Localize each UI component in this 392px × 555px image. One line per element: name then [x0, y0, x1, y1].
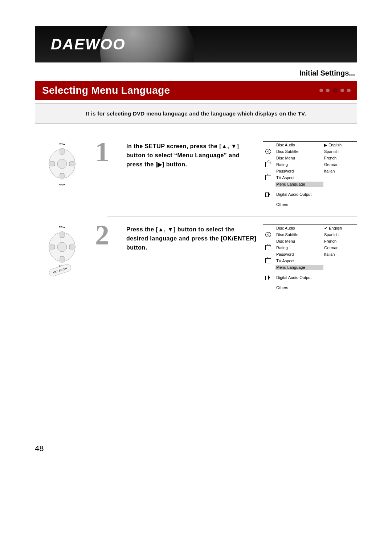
check-marker-icon: ✔ [324, 226, 327, 230]
menu-item: Others [276, 202, 323, 207]
menu-item: Digital Audio Output [276, 192, 323, 197]
menu-item: Password [276, 252, 323, 256]
steps: PR▲ PR▼ 1 In the SETUP screen, press the… [35, 133, 357, 291]
menu-item: Disc Audio [276, 226, 323, 230]
language-option: Italian [324, 169, 355, 173]
tv-icon [265, 175, 271, 180]
menu-item: Others [276, 285, 323, 290]
tv-setup-menu: Disc Audio▶English Disc SubtitleSpanish … [263, 141, 357, 208]
remote-dpad-with-ok-illustration: PR▲ PR▼ OK / ENTER [45, 224, 79, 286]
dot-icon [332, 88, 338, 93]
play-marker-icon: ▶ [324, 143, 327, 147]
language-option: German [324, 246, 355, 250]
tv-setup-menu: Disc Audio✔English Disc SubtitleSpanish … [263, 224, 357, 291]
step-1: PR▲ PR▼ 1 In the SETUP screen, press the… [35, 141, 357, 208]
step-number: 2 [95, 224, 121, 246]
separator [107, 216, 357, 216]
menu-item-selected: Menu Language [275, 265, 323, 270]
lock-icon [265, 162, 271, 167]
language-option: French [324, 239, 355, 243]
menu-item: TV Aspect [276, 175, 323, 180]
step-2: PR▲ PR▼ OK / ENTER 2 Press the [▲, ▼] bu… [35, 224, 357, 291]
menu-item: TV Aspect [276, 259, 323, 263]
menu-item: Disc Subtitle [276, 232, 323, 237]
disc-icon [265, 232, 271, 237]
header-banner: DAEWOO [35, 26, 357, 62]
svg-rect-3 [60, 173, 64, 179]
menu-item: Disc Subtitle [276, 149, 323, 154]
decorative-dots [319, 88, 351, 93]
language-option: Italian [324, 252, 355, 256]
page-number: 48 [35, 444, 44, 453]
disc-icon [265, 149, 271, 154]
step-body: Press the [▲, ▼] button to select the de… [126, 224, 257, 252]
brand-logo-text: DAEWOO [51, 36, 126, 53]
svg-rect-10 [49, 245, 55, 249]
menu-item: Disc Menu [276, 239, 323, 243]
remote-dpad-illustration: PR▲ PR▼ [45, 141, 79, 189]
remote-down-label: PR▼ [58, 183, 65, 186]
language-option: German [324, 162, 355, 167]
menu-item: Disc Menu [276, 156, 323, 160]
lock-icon [265, 245, 271, 250]
remote-up-label: PR▲ [58, 142, 65, 146]
menu-item: Digital Audio Output [276, 275, 323, 280]
svg-rect-5 [69, 162, 75, 166]
language-option: English [329, 226, 342, 230]
dot-icon [319, 89, 323, 92]
dot-icon [326, 89, 330, 92]
brand-logo: DAEWOO [51, 34, 145, 54]
intro-box: It is for selecting DVD menu language an… [35, 104, 357, 123]
dot-icon [347, 89, 351, 92]
svg-rect-9 [60, 256, 64, 262]
intro-text: It is for selecting DVD menu language an… [43, 110, 349, 117]
svg-rect-11 [69, 245, 75, 249]
speaker-icon [265, 191, 270, 197]
svg-point-1 [57, 159, 67, 169]
svg-point-7 [57, 242, 67, 252]
language-option: English [328, 143, 342, 147]
language-option: French [324, 156, 355, 160]
speaker-icon [265, 275, 270, 280]
language-option: Spanish [324, 232, 355, 237]
manual-page: DAEWOO Initial Settings... Selecting Men… [0, 0, 392, 555]
breadcrumb: Initial Settings... [35, 69, 357, 77]
menu-item: Password [276, 169, 323, 173]
section-title-bar: Selecting Menu Language [35, 81, 357, 100]
menu-item: Rating [276, 162, 323, 167]
step-number: 1 [95, 141, 121, 163]
language-option: Spanish [324, 149, 355, 154]
separator [107, 133, 357, 133]
menu-item: Disc Audio [276, 143, 323, 147]
remote-up-label: PR▲ [58, 226, 65, 229]
tv-icon [265, 258, 271, 263]
svg-rect-2 [60, 149, 64, 154]
step-body: In the SETUP screen, press the [▲, ▼] bu… [126, 141, 257, 169]
section-title: Selecting Menu Language [42, 85, 170, 96]
svg-rect-4 [49, 162, 55, 166]
svg-rect-8 [60, 232, 64, 238]
menu-item-selected: Menu Language [275, 182, 323, 187]
menu-item: Rating [276, 246, 323, 250]
dot-icon [340, 89, 344, 92]
